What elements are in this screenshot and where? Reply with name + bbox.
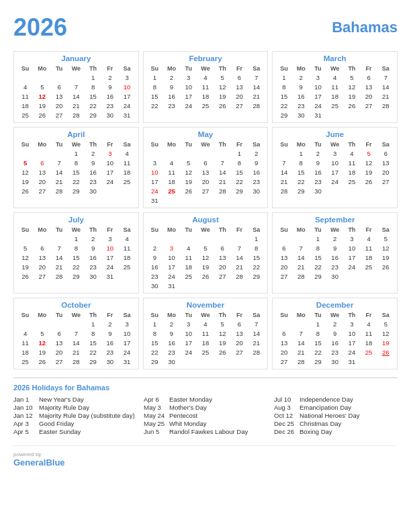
holiday-item: Jan 1New Year's Day xyxy=(13,396,137,403)
day-of-week-header: Su xyxy=(275,64,292,73)
day-of-week-header: Fr xyxy=(101,311,118,319)
calendar-day: 1 xyxy=(146,73,163,82)
calendar-day: 1 xyxy=(231,148,248,158)
calendar-day: 29 xyxy=(310,271,326,281)
calendar-day: 8 xyxy=(146,328,163,338)
month-table: SuMoTuWeThFrSa12345678910111213141516171… xyxy=(146,64,265,110)
calendar-day: 29 xyxy=(85,110,101,120)
calendar-day: 26 xyxy=(343,101,360,110)
calendar-day xyxy=(231,281,248,290)
day-of-week-header: Th xyxy=(85,311,101,319)
day-of-week-header: Su xyxy=(17,226,34,234)
calendar-day: 23 xyxy=(248,177,265,186)
calendar-day: 12 xyxy=(377,328,394,338)
day-of-week-header: Sa xyxy=(248,64,265,73)
calendar-day: 1 xyxy=(146,319,163,328)
calendar-day: 14 xyxy=(248,328,265,338)
brand-general: General xyxy=(13,457,46,468)
holiday-item: Dec 25Christmas Day xyxy=(274,420,398,427)
calendar-day xyxy=(197,195,214,205)
calendar-day: 25 xyxy=(197,101,214,110)
month-table: SuMoTuWeThFrSa12345678910111213141516171… xyxy=(17,311,136,366)
calendar-day: 28 xyxy=(68,357,85,366)
calendar-day: 19 xyxy=(214,91,231,101)
holiday-column: Apr 6Easter MondayMay 3Mother's DayMay 2… xyxy=(144,396,267,436)
day-of-week-header: Su xyxy=(275,140,292,148)
calendar-day: 19 xyxy=(343,91,360,101)
calendar-day: 16 xyxy=(85,167,101,177)
holiday-name: Independence Day xyxy=(300,396,353,403)
month-table: SuMoTuWeThFrSa12345678910111213141516171… xyxy=(275,311,394,366)
calendar-day: 1 xyxy=(68,234,85,243)
calendar-day: 23 xyxy=(85,262,101,271)
calendar-day: 9 xyxy=(146,253,163,262)
calendar-day: 13 xyxy=(275,338,292,347)
calendar-day: 26 xyxy=(17,186,34,195)
day-of-week-header: Su xyxy=(146,226,163,234)
month-table: SuMoTuWeThFrSa12345678910111213141516171… xyxy=(275,226,394,281)
day-of-week-header: Tu xyxy=(180,64,197,73)
calendar-day: 29 xyxy=(68,186,85,195)
day-of-week-header: Sa xyxy=(377,140,394,148)
holiday-date: Aug 3 xyxy=(274,404,297,411)
calendar-day: 9 xyxy=(163,82,180,91)
calendar-day xyxy=(248,195,265,205)
calendar-day: 5 xyxy=(377,234,394,243)
day-of-week-header: Su xyxy=(146,64,163,73)
calendar-day: 20 xyxy=(275,347,292,357)
calendar-day xyxy=(214,357,231,366)
calendar-day: 26 xyxy=(180,186,197,195)
calendar-day: 18 xyxy=(118,167,135,177)
calendar-day: 17 xyxy=(101,167,118,177)
calendar-day xyxy=(197,234,214,243)
calendar-day: 5 xyxy=(377,319,394,328)
day-of-week-header: Sa xyxy=(118,311,135,319)
holiday-date: Jan 12 xyxy=(13,412,36,419)
calendar-day: 30 xyxy=(146,281,163,290)
calendar-day: 29 xyxy=(231,186,248,195)
calendar-day: 17 xyxy=(118,338,135,347)
calendar-day: 11 xyxy=(326,82,343,91)
calendar-day: 7 xyxy=(248,319,265,328)
calendar-day: 22 xyxy=(275,101,292,110)
calendar-day: 7 xyxy=(248,73,265,82)
calendar-day: 27 xyxy=(197,186,214,195)
calendar-day xyxy=(17,319,34,328)
calendar-day: 5 xyxy=(197,243,214,253)
calendar-day: 5 xyxy=(361,148,377,158)
calendar-day: 27 xyxy=(275,271,292,281)
calendar-day xyxy=(361,357,377,366)
day-of-week-header: Sa xyxy=(248,226,265,234)
calendar-day: 21 xyxy=(50,262,67,271)
day-of-week-header: Mo xyxy=(293,64,310,73)
calendar-day xyxy=(197,148,214,158)
calendar-day: 12 xyxy=(17,253,34,262)
calendar-day xyxy=(248,281,265,290)
calendar-day: 25 xyxy=(361,262,377,271)
holiday-name: Randol Fawkes Labour Day xyxy=(169,428,248,435)
day-of-week-header: Mo xyxy=(34,140,50,148)
calendar-day: 12 xyxy=(361,158,377,167)
calendar-day: 7 xyxy=(50,243,67,253)
calendar-day xyxy=(377,271,394,281)
day-of-week-header: Mo xyxy=(163,140,180,148)
calendar-day: 10 xyxy=(146,167,163,177)
calendar-day xyxy=(377,186,394,195)
calendar-day: 12 xyxy=(214,328,231,338)
country-label: Bahamas xyxy=(332,19,398,36)
calendar-day: 16 xyxy=(163,91,180,101)
calendar-day xyxy=(214,195,231,205)
calendar-day: 11 xyxy=(163,167,180,177)
calendar-day: 12 xyxy=(377,243,394,253)
holiday-column: Jan 1New Year's DayJan 10Majority Rule D… xyxy=(13,396,137,436)
day-of-week-header: We xyxy=(326,226,343,234)
calendar-day: 24 xyxy=(343,347,360,357)
day-of-week-header: Fr xyxy=(101,226,118,234)
calendar-day: 18 xyxy=(17,347,34,357)
calendar-day: 4 xyxy=(163,158,180,167)
calendar-day xyxy=(180,195,197,205)
day-of-week-header: Fr xyxy=(101,64,118,73)
calendar-day: 20 xyxy=(231,91,248,101)
month-block: SeptemberSuMoTuWeThFrSa12345678910111213… xyxy=(272,212,398,294)
calendar-day: 31 xyxy=(343,357,360,366)
